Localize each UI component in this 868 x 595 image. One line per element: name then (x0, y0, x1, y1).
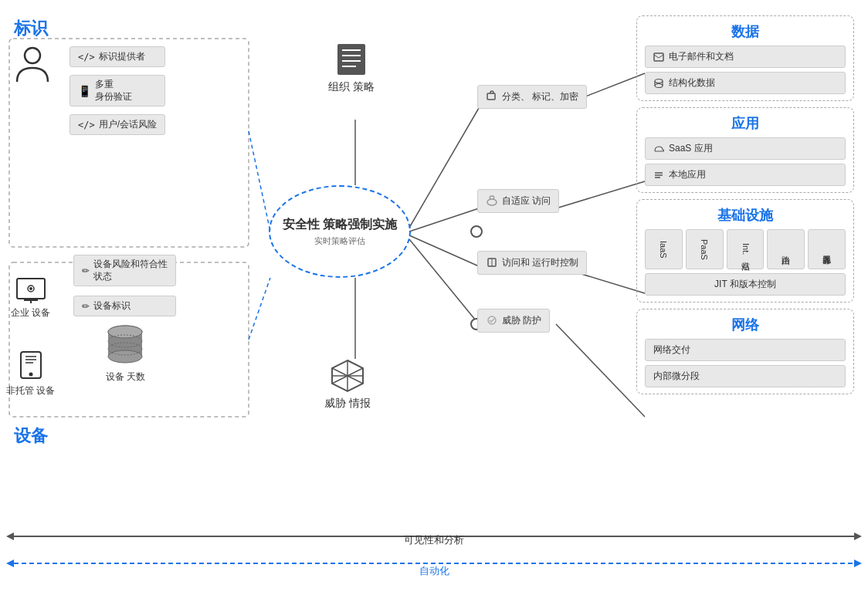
infra-route: 路由 (767, 229, 805, 269)
data-email: 电子邮件和文档 (645, 46, 846, 68)
main-title: 安全性 策略强制实施 (283, 216, 397, 233)
infra-section: 基础设施 IaaS PaaS Int.站点 路由 无服务器 JIT 和版本控制 (636, 199, 854, 303)
app-section: 应用 SaaS 应用 本地应用 (636, 107, 854, 193)
identity-item-mfa: 📱 多重 身份验证 (70, 75, 165, 106)
identity-item-risk: </> 用户/会话风险 (70, 114, 165, 135)
right-sections: 数据 电子邮件和文档 结构化数据 应用 SaaS 应用 本地应用 (636, 15, 854, 394)
svg-marker-20 (6, 560, 14, 567)
center-ellipse: 安全性 策略强制实施 实时策略评估 (269, 185, 411, 278)
infra-paas: PaaS (686, 229, 724, 269)
svg-rect-39 (337, 44, 365, 75)
svg-point-10 (471, 226, 482, 237)
infra-iaas: IaaS (645, 229, 683, 269)
infra-int: Int.站点 (727, 229, 765, 269)
identity-items: </> 标识提供者 📱 多重 身份验证 </> 用户/会话风险 (70, 46, 165, 135)
app-saas: SaaS 应用 (645, 137, 846, 160)
svg-line-8 (409, 235, 479, 266)
device-detail-items: ✏ 设备风险和符合性 状态 ✏ 设备标识 (73, 255, 176, 316)
identity-section-label: 标识 (14, 17, 48, 40)
svg-line-2 (249, 131, 270, 232)
device-compliance-item: ✏ 设备风险和符合性 状态 (73, 255, 176, 286)
access-threat: 威胁 防护 (477, 309, 550, 333)
enterprise-device: 企业 设备 (11, 278, 50, 319)
svg-line-6 (409, 108, 479, 228)
automation-label: 自动化 (419, 564, 449, 578)
svg-point-36 (108, 326, 142, 338)
non-managed-device: 非托管 设备 (6, 351, 55, 397)
data-section: 数据 电子邮件和文档 结构化数据 (636, 15, 854, 101)
access-classify: 分类、 标记、加密 (477, 85, 587, 109)
svg-line-7 (409, 208, 479, 232)
infra-title: 基础设施 (645, 206, 846, 225)
network-delivery: 网络交付 (645, 339, 846, 361)
svg-point-35 (108, 350, 142, 363)
app-local: 本地应用 (645, 164, 846, 186)
network-title: 网络 (645, 316, 846, 334)
svg-line-15 (556, 324, 645, 417)
device-identity-item: ✏ 设备标识 (73, 296, 176, 316)
svg-point-58 (655, 83, 663, 87)
svg-marker-17 (6, 532, 14, 540)
svg-marker-18 (854, 532, 862, 540)
network-section: 网络 网络交付 内部微分段 (636, 309, 854, 394)
diagram-container: 标识 </> 标识提供者 📱 多重 身份验证 </> 用户/会话风险 设备 (0, 0, 868, 595)
svg-line-3 (249, 278, 270, 340)
svg-line-13 (556, 181, 645, 208)
svg-rect-54 (654, 53, 663, 61)
person-icon (15, 46, 49, 90)
access-adaptive: 自适应 访问 (477, 189, 559, 213)
threat-intel: 威胁 情报 (324, 359, 371, 411)
sub-title: 实时策略评估 (314, 235, 365, 247)
network-micro: 内部微分段 (645, 365, 846, 387)
svg-point-55 (655, 79, 663, 83)
svg-point-32 (29, 373, 32, 377)
app-title: 应用 (645, 114, 846, 133)
device-db: 设备 天数 (104, 324, 147, 384)
svg-point-25 (29, 287, 32, 290)
access-runtime: 访问和 运行时控制 (477, 251, 587, 275)
svg-point-50 (487, 199, 497, 205)
org-policy: 组织 策略 (328, 42, 375, 95)
svg-rect-49 (487, 93, 495, 100)
visibility-label: 可见性和分析 (404, 533, 464, 547)
infra-jit: JIT 和版本控制 (645, 273, 846, 296)
svg-marker-21 (854, 560, 862, 567)
infra-tech-row: IaaS PaaS Int.站点 路由 无服务器 (645, 229, 846, 269)
svg-point-22 (25, 48, 40, 63)
data-structured: 结构化数据 (645, 72, 846, 94)
svg-line-9 (409, 239, 479, 324)
infra-serverless: 无服务器 (808, 229, 846, 269)
identity-item-provider: </> 标识提供者 (70, 46, 165, 67)
data-title: 数据 (645, 22, 846, 41)
device-section-label: 设备 (14, 424, 48, 448)
